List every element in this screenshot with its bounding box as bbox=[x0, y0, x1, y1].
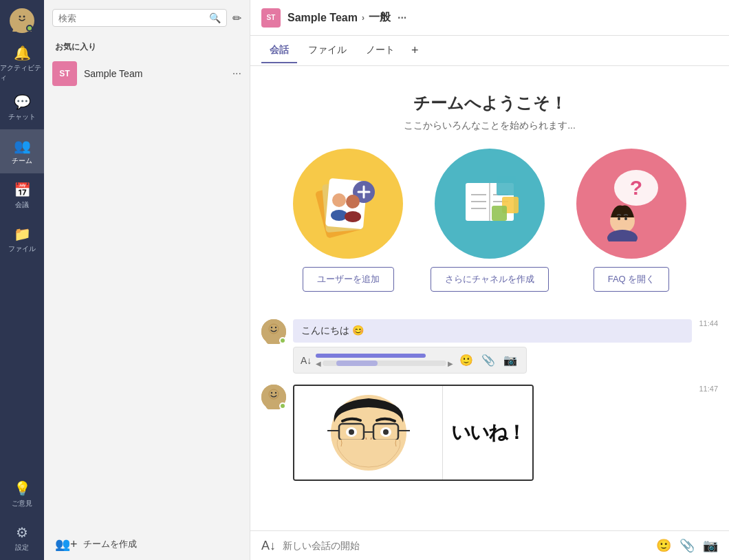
welcome-card-faq: ? bbox=[576, 149, 686, 292]
messages-area[interactable]: チームへようこそ！ ここからいろんなことを始められます... bbox=[250, 66, 729, 530]
video-tool-icon[interactable]: 📷 bbox=[703, 538, 718, 553]
header-channel: 一般 bbox=[369, 10, 391, 25]
tab-files[interactable]: ファイル bbox=[300, 39, 355, 63]
svg-point-32 bbox=[269, 324, 279, 334]
favorites-label: お気に入り bbox=[44, 36, 250, 56]
sidebar-header: 🔍 ✏ bbox=[44, 0, 250, 36]
svg-rect-23 bbox=[492, 206, 507, 221]
attach-icon[interactable]: 📎 bbox=[479, 352, 497, 369]
nav-item-files[interactable]: 📁 ファイル bbox=[0, 217, 44, 261]
message-time-1: 11:44 bbox=[699, 319, 718, 374]
welcome-subtitle: ここからいろんなことを始められます... bbox=[275, 120, 704, 132]
search-input[interactable] bbox=[58, 13, 205, 23]
nav-label-activity: アクティビティ bbox=[0, 63, 44, 83]
nav-item-activity[interactable]: 🔔 アクティビティ bbox=[0, 41, 44, 85]
main-content: ST Sample Team › 一般 ··· 会話 ファイル ノート + チー… bbox=[250, 0, 729, 560]
format-icon[interactable]: A↓ bbox=[261, 539, 276, 553]
search-box[interactable]: 🔍 bbox=[52, 9, 227, 27]
tabs: 会話 ファイル ノート + bbox=[250, 36, 729, 66]
format-text-icon[interactable]: A↓ bbox=[301, 355, 312, 366]
video-icon[interactable]: 📷 bbox=[501, 352, 519, 369]
sidebar: 🔍 ✏ お気に入り ST Sample Team ··· 👥+ チームを作成 bbox=[44, 0, 250, 560]
chat-icon: 💬 bbox=[14, 94, 31, 110]
svg-point-2 bbox=[19, 16, 21, 18]
nav-label-files: ファイル bbox=[8, 244, 36, 254]
svg-point-13 bbox=[345, 211, 361, 222]
message-row-2: いいね！ 11:47 bbox=[261, 385, 718, 481]
svg-point-39 bbox=[275, 392, 276, 394]
activity-icon: 🔔 bbox=[14, 45, 31, 61]
svg-point-33 bbox=[271, 327, 272, 328]
create-team-icon: 👥+ bbox=[55, 537, 78, 552]
faq-illustration: ? bbox=[576, 149, 686, 259]
avatar-circle bbox=[10, 8, 34, 33]
nav-item-teams[interactable]: 👥 チーム bbox=[0, 129, 44, 173]
nav-item-settings[interactable]: ⚙ 設定 bbox=[0, 516, 44, 560]
create-channel-illustration bbox=[435, 149, 545, 259]
tab-chat[interactable]: 会話 bbox=[261, 39, 297, 63]
files-icon: 📁 bbox=[14, 226, 31, 242]
nav-label-calendar: 会議 bbox=[15, 200, 29, 210]
message-text-1: こんにちは 😊 bbox=[301, 325, 364, 336]
nav-bottom: 💡 ご意見 ⚙ 設定 bbox=[0, 472, 44, 560]
message-bubble-1: こんにちは 😊 bbox=[293, 319, 692, 343]
svg-point-3 bbox=[23, 16, 25, 18]
nav-item-calendar[interactable]: 📅 会議 bbox=[0, 173, 44, 217]
team-item-sample[interactable]: ST Sample Team ··· bbox=[44, 56, 250, 91]
settings-icon: ⚙ bbox=[16, 524, 28, 541]
svg-point-34 bbox=[275, 327, 276, 328]
user-avatar[interactable] bbox=[0, 0, 44, 41]
edit-icon[interactable]: ✏ bbox=[232, 12, 241, 25]
header-more-button[interactable]: ··· bbox=[398, 12, 406, 24]
welcome-section: チームへようこそ！ ここからいろんなことを始められます... bbox=[261, 72, 718, 319]
nav-label-chat: チャット bbox=[8, 112, 36, 122]
teams-icon: 👥 bbox=[14, 138, 31, 154]
calendar-icon: 📅 bbox=[14, 182, 31, 198]
team-avatar: ST bbox=[52, 61, 77, 86]
svg-text:?: ? bbox=[630, 176, 642, 199]
create-team-button[interactable]: 👥+ チームを作成 bbox=[44, 528, 250, 560]
welcome-title: チームへようこそ！ bbox=[275, 92, 704, 114]
tab-add-button[interactable]: + bbox=[406, 41, 424, 61]
team-header-avatar: ST bbox=[261, 8, 281, 28]
faq-button[interactable]: FAQ を開く bbox=[594, 267, 670, 292]
svg-point-48 bbox=[349, 429, 354, 435]
tab-notes[interactable]: ノート bbox=[358, 39, 403, 63]
message-input[interactable] bbox=[283, 540, 649, 551]
message-row-1: こんにちは 😊 A↓ ◀ bbox=[261, 319, 718, 374]
search-icon[interactable]: 🔍 bbox=[209, 12, 221, 23]
nav-label-settings: 設定 bbox=[15, 543, 29, 552]
online-dot-2 bbox=[279, 402, 286, 409]
welcome-card-add-user: ユーザーを追加 bbox=[293, 149, 403, 292]
welcome-card-create-channel: さらにチャネルを作成 bbox=[431, 149, 549, 292]
online-dot-1 bbox=[279, 337, 286, 344]
team-more-icon[interactable]: ··· bbox=[232, 67, 241, 80]
attach-tool-icon[interactable]: 📎 bbox=[679, 538, 695, 553]
add-user-button[interactable]: ユーザーを追加 bbox=[303, 267, 394, 292]
header-team-name: Sample Team bbox=[287, 12, 358, 24]
nav-item-chat[interactable]: 💬 チャット bbox=[0, 85, 44, 129]
message-avatar-2 bbox=[261, 385, 286, 409]
emoji-icon[interactable]: 🙂 bbox=[457, 352, 475, 369]
nav-label-feedback: ご意見 bbox=[12, 499, 32, 508]
message-time-2: 11:47 bbox=[699, 385, 718, 481]
svg-point-30 bbox=[624, 217, 627, 220]
svg-rect-21 bbox=[497, 176, 516, 195]
svg-point-0 bbox=[17, 12, 28, 23]
input-area: A↓ 🙂 📎 📷 bbox=[250, 530, 729, 560]
welcome-cards: ユーザーを追加 bbox=[275, 149, 704, 292]
message-avatar-1 bbox=[261, 319, 286, 344]
add-user-illustration bbox=[293, 149, 403, 259]
team-name: Sample Team bbox=[84, 68, 232, 79]
svg-point-10 bbox=[332, 193, 346, 207]
nav-item-feedback[interactable]: 💡 ご意見 bbox=[0, 472, 44, 516]
header-title: Sample Team › 一般 ··· bbox=[287, 10, 406, 25]
emoji-tool-icon[interactable]: 🙂 bbox=[656, 538, 671, 553]
create-team-label: チームを作成 bbox=[83, 538, 137, 550]
feedback-icon: 💡 bbox=[14, 480, 31, 497]
message-body-2: いいね！ bbox=[293, 385, 692, 481]
create-channel-button[interactable]: さらにチャネルを作成 bbox=[431, 267, 549, 292]
nav-bar: 🔔 アクティビティ 💬 チャット 👥 チーム 📅 会議 📁 ファイル 💡 ご意見… bbox=[0, 0, 44, 560]
nav-label-teams: チーム bbox=[12, 156, 32, 166]
message-body-1: こんにちは 😊 A↓ ◀ bbox=[293, 319, 692, 374]
